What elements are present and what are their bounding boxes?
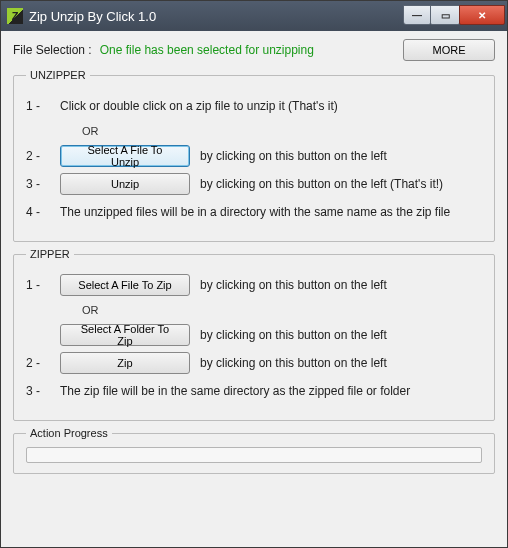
app-window: Z Zip Unzip By Click 1.0 — ▭ ✕ File Sele… [0,0,508,548]
step-text: Click or double click on a zip file to u… [60,99,338,113]
select-folder-zip-button[interactable]: Select A Folder To Zip [60,324,190,346]
zipper-step-2: 2 - Zip by clicking on this button on th… [26,352,482,374]
step-number: 3 - [26,384,50,398]
step-text: by clicking on this button on the left [200,149,387,163]
more-button[interactable]: MORE [403,39,495,61]
app-icon: Z [7,8,23,24]
minimize-button[interactable]: — [403,5,431,25]
step-text: by clicking on this button on the left [200,356,387,370]
unzip-button[interactable]: Unzip [60,173,190,195]
zipper-step-3: 3 - The zip file will be in the same dir… [26,380,482,402]
or-label: OR [82,123,482,139]
zipper-step-1a: 1 - Select A File To Zip by clicking on … [26,274,482,296]
close-button[interactable]: ✕ [459,5,505,25]
step-text: by clicking on this button on the left [200,278,387,292]
or-label: OR [82,302,482,318]
select-file-zip-button[interactable]: Select A File To Zip [60,274,190,296]
zip-button[interactable]: Zip [60,352,190,374]
unzipper-step-2: 2 - Select A File To Unzip by clicking o… [26,145,482,167]
progress-group: Action Progress [13,427,495,474]
select-file-unzip-button[interactable]: Select A File To Unzip [60,145,190,167]
step-number: 3 - [26,177,50,191]
step-number: 1 - [26,278,50,292]
maximize-button[interactable]: ▭ [430,5,460,25]
zipper-group: ZIPPER 1 - Select A File To Zip by click… [13,248,495,421]
step-text: by clicking on this button on the left [200,328,387,342]
zipper-step-1b: Select A Folder To Zip by clicking on th… [26,324,482,346]
step-text: The unzipped files will be in a director… [60,205,450,219]
unzipper-group: UNZIPPER 1 - Click or double click on a … [13,69,495,242]
progress-legend: Action Progress [26,427,112,439]
progress-bar [26,447,482,463]
window-controls: — ▭ ✕ [404,6,505,26]
header-row: File Selection : One file has been selec… [13,39,495,61]
unzipper-legend: UNZIPPER [26,69,90,81]
step-number: 1 - [26,99,50,113]
progress-fieldset: Action Progress [13,427,495,474]
step-number: 2 - [26,356,50,370]
step-number: 4 - [26,205,50,219]
client-area: File Selection : One file has been selec… [1,31,507,547]
step-text: by clicking on this button on the left (… [200,177,443,191]
file-selection-label: File Selection : [13,43,92,57]
step-number: 2 - [26,149,50,163]
step-text: The zip file will be in the same directo… [60,384,410,398]
unzipper-step-1: 1 - Click or double click on a zip file … [26,95,482,117]
titlebar: Z Zip Unzip By Click 1.0 — ▭ ✕ [1,1,507,31]
window-title: Zip Unzip By Click 1.0 [29,9,404,24]
zipper-legend: ZIPPER [26,248,74,260]
unzipper-step-3: 3 - Unzip by clicking on this button on … [26,173,482,195]
selection-status: One file has been selected for unzipping [100,43,395,57]
unzipper-step-4: 4 - The unzipped files will be in a dire… [26,201,482,223]
